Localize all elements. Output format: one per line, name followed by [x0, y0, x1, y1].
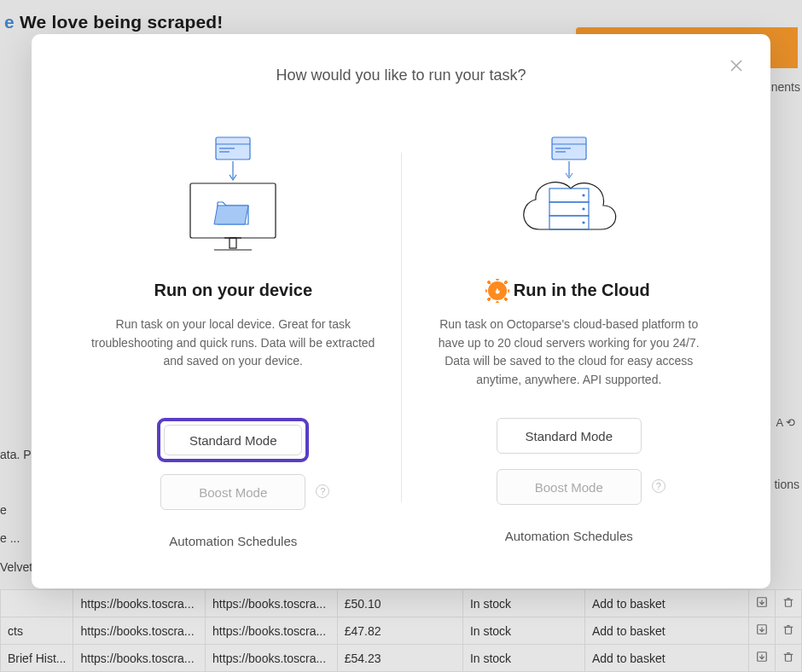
- help-icon[interactable]: ?: [316, 484, 329, 498]
- premium-badge-icon: [488, 281, 507, 300]
- help-icon[interactable]: ?: [652, 479, 665, 493]
- close-icon: [729, 59, 743, 72]
- svg-point-36: [582, 221, 584, 223]
- device-illustration: [173, 136, 293, 255]
- svg-point-35: [582, 207, 584, 210]
- run-task-modal: How would you like to run your task?: [32, 34, 770, 588]
- run-local-title: Run on your device: [154, 281, 312, 300]
- run-cloud-option: Run in the Cloud Run task on Octoparse's…: [402, 136, 737, 579]
- local-boost-mode-button[interactable]: Boost Mode: [160, 474, 305, 510]
- close-button[interactable]: [726, 56, 747, 77]
- run-cloud-description: Run task on Octoparse's cloud-based plat…: [427, 316, 712, 392]
- run-local-option: Run on your device Run task on your loca…: [66, 136, 401, 579]
- cloud-automation-schedules-link[interactable]: Automation Schedules: [505, 529, 633, 543]
- svg-rect-24: [230, 238, 236, 248]
- run-local-description: Run task on your local device. Great for…: [91, 316, 375, 392]
- cloud-boost-mode-button[interactable]: Boost Mode: [497, 469, 642, 505]
- highlighted-standard-mode: Standard Mode: [157, 418, 309, 462]
- cloud-illustration: [505, 136, 633, 255]
- run-cloud-title: Run in the Cloud: [488, 281, 650, 300]
- cloud-standard-mode-button[interactable]: Standard Mode: [497, 418, 642, 454]
- local-automation-schedules-link[interactable]: Automation Schedules: [169, 534, 297, 548]
- modal-overlay: How would you like to run your task?: [0, 0, 802, 672]
- modal-title: How would you like to run your task?: [66, 67, 736, 84]
- local-standard-mode-button[interactable]: Standard Mode: [164, 425, 302, 455]
- svg-point-34: [582, 194, 584, 196]
